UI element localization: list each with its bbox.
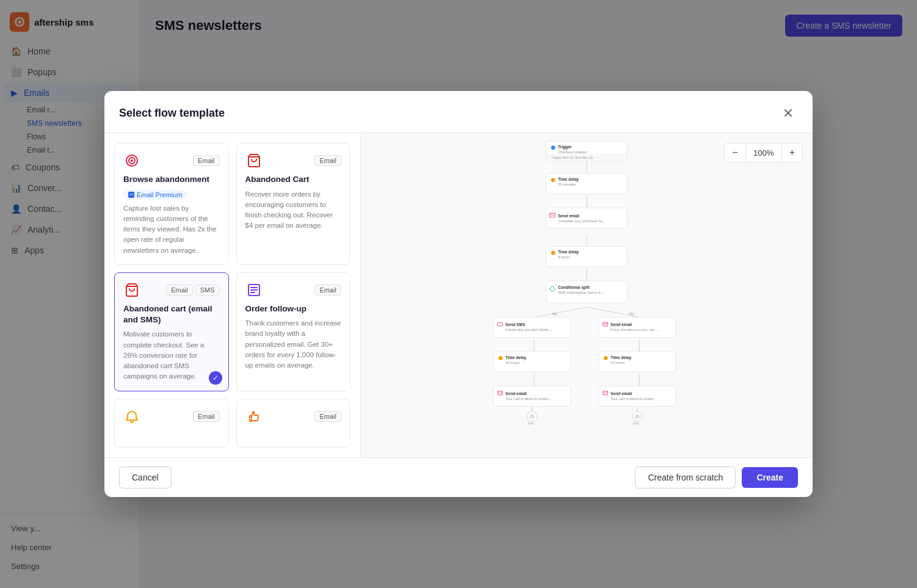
template-card-browse-abandonment[interactable]: Email Browse abandonment Email Premium C… bbox=[114, 143, 229, 264]
partial-2-header: Email bbox=[245, 408, 342, 425]
cart-sms-title: Abandoned cart (email and SMS) bbox=[123, 303, 220, 325]
template-row-1: Email Browse abandonment Email Premium C… bbox=[114, 143, 350, 264]
svg-text:Hurry, the items in your cart : Hurry, the items in your cart ... bbox=[611, 328, 659, 332]
cart-sms-badges: Email SMS bbox=[166, 285, 219, 296]
selected-checkmark: ✓ bbox=[209, 371, 222, 385]
svg-text:23 hours: 23 hours bbox=[611, 361, 625, 365]
svg-rect-7 bbox=[128, 192, 134, 198]
sms-badge: SMS bbox=[195, 285, 220, 296]
svg-text:Complete your purchase ho...: Complete your purchase ho... bbox=[558, 219, 606, 223]
template-card-abandoned-cart[interactable]: Email Abandoned Cart Recover more orders… bbox=[236, 143, 351, 264]
svg-text:Checkout created: Checkout created bbox=[558, 151, 587, 154]
target-icon bbox=[123, 152, 140, 169]
svg-text:Send email: Send email bbox=[611, 323, 632, 327]
cart-title: Abandoned Cart bbox=[245, 174, 342, 185]
premium-badge: Email Premium bbox=[123, 190, 187, 200]
select-template-modal: Select flow template bbox=[104, 91, 813, 496]
svg-text:20 minutes: 20 minutes bbox=[558, 183, 576, 187]
template-row-3-partial: Email bbox=[114, 399, 350, 448]
zoom-out-button[interactable]: − bbox=[725, 143, 745, 162]
svg-point-59 bbox=[604, 357, 608, 361]
svg-rect-66 bbox=[599, 387, 676, 407]
svg-text:Exit: Exit bbox=[633, 422, 639, 426]
cart-icon-1 bbox=[245, 152, 263, 169]
card-header-order: Email bbox=[245, 281, 342, 299]
svg-point-55 bbox=[499, 357, 503, 361]
modal-header: Select flow template bbox=[104, 91, 813, 133]
template-row-2: Email SMS Abandoned cart (email and SMS)… bbox=[114, 272, 350, 391]
svg-text:No: No bbox=[553, 313, 557, 316]
template-card-order-followup[interactable]: Email Order follow-up Thank customers an… bbox=[236, 272, 351, 391]
modal-body: Email Browse abandonment Email Premium C… bbox=[104, 133, 813, 457]
card-header-cart: Email bbox=[245, 152, 342, 169]
svg-point-71 bbox=[530, 414, 535, 419]
svg-text:Trigger: Trigger bbox=[558, 145, 572, 150]
create-from-scratch-button[interactable]: Create from scratch bbox=[635, 466, 736, 488]
zoom-in-button[interactable]: + bbox=[782, 143, 802, 162]
zoom-controls: − 100% + bbox=[724, 143, 803, 162]
template-card-abandoned-cart-sms[interactable]: Email SMS Abandoned cart (email and SMS)… bbox=[114, 272, 229, 391]
svg-text:Send email: Send email bbox=[611, 391, 632, 396]
modal-overlay: Select flow template bbox=[0, 0, 917, 588]
partial-1-badges: Email bbox=[193, 411, 220, 422]
svg-point-6 bbox=[131, 159, 133, 162]
svg-text:No: No bbox=[629, 313, 634, 316]
modal-close-button[interactable] bbox=[778, 103, 798, 123]
svg-text:Trigger filter (1), flow filte: Trigger filter (1), flow filter (1) bbox=[551, 156, 593, 160]
template-preview-area: − 100% + bbox=[361, 133, 813, 457]
zoom-level-display: 100% bbox=[745, 145, 782, 161]
svg-rect-62 bbox=[494, 387, 571, 407]
cart-badges: Email bbox=[314, 155, 341, 166]
cart-sms-icon bbox=[123, 281, 140, 299]
svg-rect-33 bbox=[544, 194, 546, 195]
template-list: Email Browse abandonment Email Premium C… bbox=[104, 133, 361, 457]
order-desc: Thank customers and increase brand loyal… bbox=[245, 318, 342, 371]
order-title: Order follow-up bbox=[245, 303, 342, 314]
partial-2-badges: Email bbox=[314, 411, 341, 422]
svg-rect-46 bbox=[494, 318, 571, 338]
svg-point-39 bbox=[551, 251, 556, 255]
svg-text:Send email: Send email bbox=[506, 391, 527, 396]
template-card-partial-2[interactable]: Email bbox=[236, 399, 351, 448]
svg-text:Send SMS: Send SMS bbox=[506, 323, 526, 327]
email-badge-3: Email bbox=[166, 285, 193, 296]
modal-footer: Cancel Create from scratch Create bbox=[104, 457, 813, 497]
svg-rect-34 bbox=[546, 208, 628, 228]
card-header-cart-sms: Email SMS bbox=[123, 281, 220, 299]
svg-text:Your cart is about to expire .: Your cart is about to expire ... bbox=[611, 397, 658, 401]
cancel-button[interactable]: Cancel bbox=[119, 466, 172, 488]
svg-point-74 bbox=[635, 414, 640, 419]
svg-text:Send email: Send email bbox=[558, 214, 579, 218]
svg-text:Time delay: Time delay bbox=[558, 178, 579, 183]
svg-text:23 hours: 23 hours bbox=[506, 361, 520, 365]
create-button[interactable]: Create bbox=[742, 467, 798, 488]
svg-text:Exit: Exit bbox=[528, 422, 534, 426]
svg-text:Time delay: Time delay bbox=[611, 355, 631, 360]
svg-text:SMS subscription status is ...: SMS subscription status is ... bbox=[558, 291, 605, 295]
email-badge-5: Email bbox=[193, 411, 220, 422]
order-badges: Email bbox=[314, 285, 341, 296]
modal-title: Select flow template bbox=[119, 107, 225, 120]
browse-title: Browse abandonment bbox=[123, 174, 220, 185]
svg-text:Time delay: Time delay bbox=[506, 355, 526, 360]
svg-text:It looks like you don't finish: It looks like you don't finish... bbox=[506, 328, 552, 332]
svg-rect-50 bbox=[599, 318, 676, 338]
thumb-icon bbox=[245, 408, 263, 425]
cart-sms-desc: Motivate customers to complete checkout.… bbox=[123, 329, 220, 382]
order-icon bbox=[245, 281, 263, 299]
svg-line-15 bbox=[534, 307, 587, 318]
bell-icon bbox=[123, 408, 140, 425]
template-card-partial-1[interactable]: Email bbox=[114, 399, 229, 448]
svg-text:Time delay: Time delay bbox=[558, 250, 579, 255]
svg-text:Conditional split: Conditional split bbox=[558, 286, 590, 291]
email-badge-6: Email bbox=[314, 411, 341, 422]
card-header-browse: Email bbox=[123, 152, 220, 169]
cart-desc: Recover more orders by encouraging custo… bbox=[245, 189, 342, 231]
footer-right: Create from scratch Create bbox=[635, 466, 798, 488]
email-badge-2: Email bbox=[314, 155, 341, 166]
svg-text:8 hours: 8 hours bbox=[558, 256, 570, 260]
email-badge-4: Email bbox=[314, 285, 341, 296]
partial-1-header: Email bbox=[123, 408, 220, 425]
browse-desc: Capture lost sales by reminding customer… bbox=[123, 203, 220, 256]
email-badge: Email bbox=[193, 155, 220, 166]
